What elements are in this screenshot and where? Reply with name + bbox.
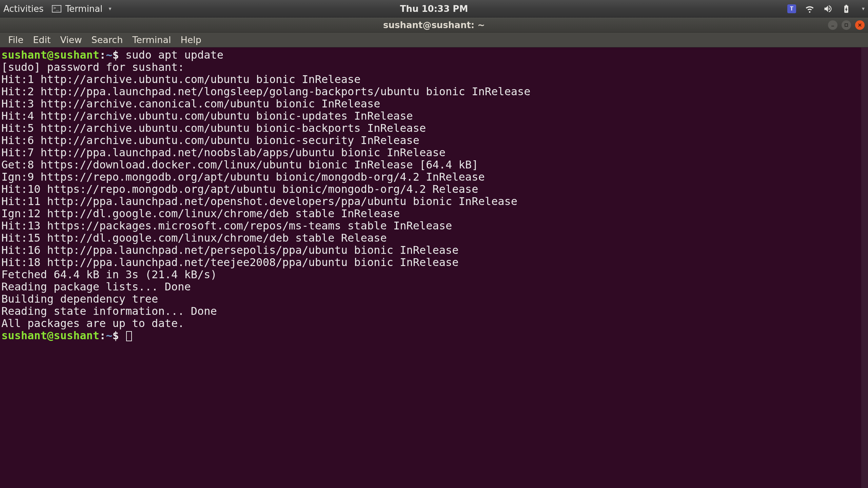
sound-icon[interactable] — [823, 4, 833, 14]
window-minimize-button[interactable] — [828, 20, 837, 30]
window-close-button[interactable] — [855, 20, 865, 30]
menu-view[interactable]: View — [55, 33, 86, 47]
output-line: Fetched 64.4 kB in 3s (21.4 kB/s) — [1, 268, 217, 281]
window-title: sushant@sushant: ~ — [383, 20, 485, 30]
output-line: Get:8 https://download.docker.com/linux/… — [1, 158, 478, 171]
window-maximize-button[interactable] — [842, 20, 851, 30]
output-line: Hit:13 https://packages.microsoft.com/re… — [1, 219, 452, 232]
output-line: Ign:9 https://repo.mongodb.org/apt/ubunt… — [1, 170, 485, 183]
terminal-window: sushant@sushant: ~ File Edit View Search… — [0, 18, 868, 488]
output-line: Hit:18 http://ppa.launchpad.net/teejee20… — [1, 256, 459, 269]
wifi-icon[interactable] — [805, 4, 814, 14]
output-line: [sudo] password for sushant: — [1, 61, 191, 74]
output-line: Hit:2 http://ppa.launchpad.net/longsleep… — [1, 85, 531, 98]
terminal-menubar: File Edit View Search Terminal Help — [0, 33, 868, 47]
gnome-top-panel: Activities Terminal ▾ Thu 10:33 PM ▾ — [0, 0, 868, 18]
prompt-at: @ — [47, 329, 54, 342]
terminal-cursor — [126, 331, 132, 341]
output-line: Hit:6 http://archive.ubuntu.com/ubuntu b… — [1, 134, 419, 147]
output-line: Hit:15 http://dl.google.com/linux/chrome… — [1, 231, 387, 244]
menu-edit[interactable]: Edit — [28, 33, 55, 47]
chevron-down-icon: ▾ — [109, 5, 112, 12]
terminal-scrollbar[interactable] — [861, 47, 868, 488]
prompt-symbol: $ — [113, 48, 119, 61]
menu-search[interactable]: Search — [87, 33, 128, 47]
menu-file[interactable]: File — [3, 33, 28, 47]
output-line: All packages are up to date. — [1, 317, 184, 330]
teams-tray-icon[interactable] — [787, 4, 796, 13]
prompt-path: ~ — [106, 329, 112, 342]
prompt-user: sushant — [1, 329, 47, 342]
app-menu-label: Terminal — [65, 4, 103, 14]
output-line: Hit:16 http://ppa.launchpad.net/persepol… — [1, 244, 459, 257]
menu-help[interactable]: Help — [176, 33, 206, 47]
prompt-host: sushant — [54, 329, 99, 342]
prompt-user: sushant — [1, 48, 47, 61]
output-line: Building dependency tree — [1, 292, 204, 305]
output-line: Hit:11 http://ppa.launchpad.net/openshot… — [1, 195, 517, 208]
output-line: Ign:12 http://dl.google.com/linux/chrome… — [1, 207, 400, 220]
output-line: Hit:10 https://repo.mongodb.org/apt/ubun… — [1, 183, 478, 196]
menu-terminal[interactable]: Terminal — [127, 33, 176, 47]
window-titlebar[interactable]: sushant@sushant: ~ — [0, 18, 868, 33]
prompt-colon: : — [99, 329, 106, 342]
entered-command: sudo apt update — [125, 48, 223, 61]
svg-rect-0 — [831, 26, 834, 26]
output-line: Hit:3 http://archive.canonical.com/ubunt… — [1, 97, 380, 110]
system-menu-arrow-icon[interactable]: ▾ — [862, 5, 865, 12]
output-line: Reading package lists... Done — [1, 280, 191, 293]
terminal-viewport[interactable]: sushant@sushant:~$ sudo apt update [sudo… — [0, 47, 868, 488]
output-line: Reading state information... Done — [1, 305, 217, 318]
output-line: Hit:7 http://ppa.launchpad.net/noobslab/… — [1, 146, 446, 159]
svg-rect-1 — [845, 24, 848, 26]
battery-icon[interactable] — [842, 4, 851, 14]
terminal-icon — [52, 5, 61, 13]
output-line: Hit:4 http://archive.ubuntu.com/ubuntu b… — [1, 109, 413, 122]
panel-clock[interactable]: Thu 10:33 PM — [400, 4, 468, 14]
prompt-path: ~ — [106, 48, 112, 61]
activities-button[interactable]: Activities — [3, 4, 44, 14]
prompt-at: @ — [47, 48, 54, 61]
prompt-colon: : — [99, 48, 106, 61]
output-line: Hit:5 http://archive.ubuntu.com/ubuntu b… — [1, 122, 426, 135]
prompt-host: sushant — [54, 48, 99, 61]
app-menu[interactable]: Terminal ▾ — [52, 4, 112, 14]
output-line: Hit:1 http://archive.ubuntu.com/ubuntu b… — [1, 73, 361, 86]
prompt-symbol: $ — [113, 329, 119, 342]
